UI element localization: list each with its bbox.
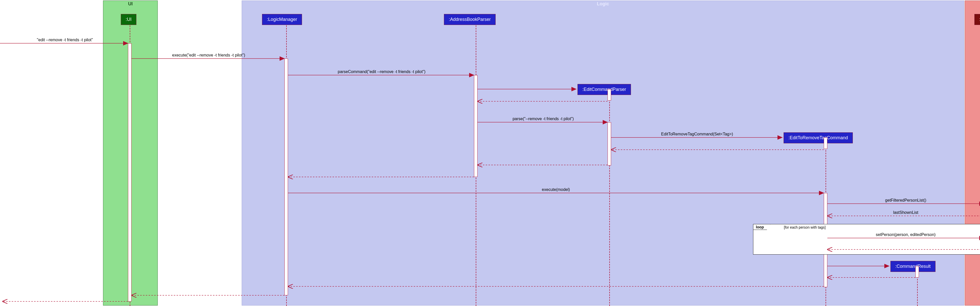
participant-etrc-label: :EditToRemoveTagCommand <box>788 135 848 140</box>
msg-parsecommand: parseCommand("edit --remove -t friends -… <box>338 70 426 74</box>
msg-parse: parse("--remove -t friends -t pilot") <box>513 116 574 121</box>
activation-etrc-1 <box>824 137 827 149</box>
msg-setperson: setPerson(person, editedPerson) <box>876 233 936 237</box>
activation-lm <box>285 59 288 295</box>
participant-cr-label: :CommandResult <box>895 264 931 269</box>
participant-abp: :AddressBookParser <box>444 14 496 25</box>
msg-ctor: EditToRemoveTagCommand(Set<Tag>) <box>661 132 733 137</box>
participant-lm-label: :LogicManager <box>267 17 297 22</box>
participant-cr: :CommandResult <box>891 261 935 272</box>
loop-label: loop <box>753 224 770 230</box>
loop-frame: loop [for each person with tags] <box>753 224 980 255</box>
activation-ecp-1 <box>608 89 611 100</box>
loop-condition: [for each person with tags] <box>784 225 826 230</box>
participant-lm: :LogicManager <box>262 14 302 25</box>
msg-getlist: getFilteredPersonList() <box>885 198 926 202</box>
region-logic-title: Logic <box>597 1 609 6</box>
participant-ecp: :EditCommandParser <box>578 84 631 95</box>
participant-ui: :UI <box>121 14 136 25</box>
msg-execute: execute("edit --remove -t friends -t pil… <box>172 53 245 57</box>
region-model: Model <box>965 0 980 306</box>
activation-ecp-2 <box>608 122 611 166</box>
msg-execmodel: execute(model) <box>542 187 570 192</box>
region-ui-title: UI <box>128 1 133 6</box>
participant-abp-label: :AddressBookParser <box>449 17 491 22</box>
activation-abp <box>474 75 477 177</box>
msg-in: "edit --remove -t friends -t pilot" <box>37 38 93 42</box>
participant-etrc: :EditToRemoveTagCommand <box>784 132 853 143</box>
participant-ecp-label: :EditCommandParser <box>582 87 626 92</box>
msg-lastshown: lastShownList <box>893 210 918 215</box>
activation-ui <box>128 43 132 301</box>
activation-cr <box>915 266 919 277</box>
participant-ui-label: :UI <box>126 17 132 22</box>
region-logic: Logic <box>242 0 964 306</box>
participant-model: :Model <box>974 14 980 25</box>
